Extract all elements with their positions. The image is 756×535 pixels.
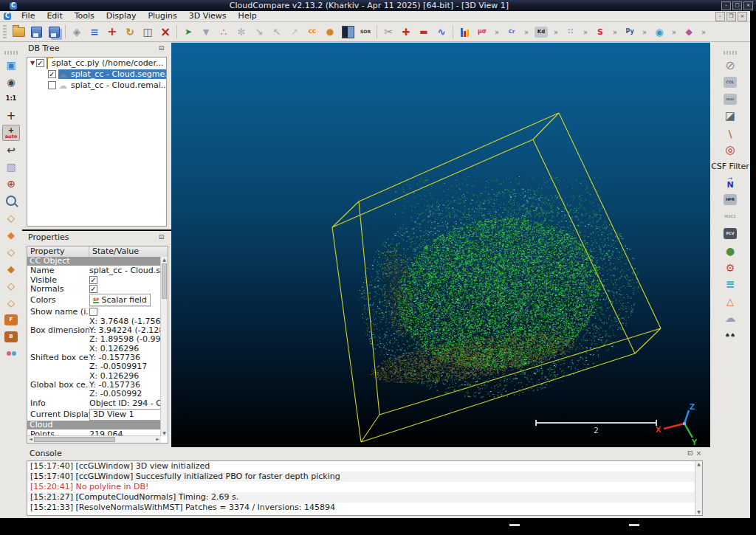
view-front-cube-button[interactable]: F	[2, 311, 20, 328]
precision-maps-button[interactable]: ⚙	[721, 260, 739, 275]
toolbar-overflow-icon[interactable]: »	[699, 28, 708, 36]
masc-plugin-button[interactable]: ◆	[680, 23, 698, 41]
point-picking-button[interactable]: ➤	[179, 23, 197, 41]
toolbar-overflow-icon[interactable]: »	[492, 28, 501, 36]
open-button[interactable]	[10, 23, 27, 41]
translate-rotate-button[interactable]: ✚	[397, 23, 415, 41]
menu-item-help[interactable]: Help	[233, 11, 263, 21]
resample-button[interactable]: ↘	[250, 23, 268, 41]
mdi-close-button[interactable]: ×	[738, 12, 747, 21]
scroll-left-icon[interactable]: ◄	[27, 436, 34, 442]
kd-tree-button[interactable]: Kd	[532, 23, 550, 41]
csf-filter-button[interactable]: ≡	[721, 277, 739, 292]
train-plugin-button[interactable]: ◉	[650, 23, 668, 41]
facet-detection-button[interactable]: ●	[721, 243, 739, 258]
tree-item[interactable]: ☁splat_cc - Cloud.remai...	[27, 80, 166, 91]
property-checkbox[interactable]: ✓	[89, 285, 97, 293]
toolbar-handle[interactable]	[4, 51, 18, 55]
mdi-restore-button[interactable]: ❐	[726, 12, 736, 21]
colorimetric-segmenter-button[interactable]: COL	[721, 75, 739, 90]
mdi-minimize-button[interactable]: –	[715, 12, 725, 21]
toolbar-overflow-icon[interactable]: »	[522, 28, 531, 36]
python-plugin-button[interactable]: Py	[621, 23, 639, 41]
previous-view-button[interactable]: ↩	[2, 142, 20, 158]
puzzle-plugin-button[interactable]: ∷	[562, 23, 580, 41]
render-to-file-button[interactable]: ▣	[2, 57, 20, 73]
scroll-down-icon[interactable]: ▼	[161, 430, 168, 436]
zoom-1-1-button[interactable]: 1:1	[2, 91, 20, 107]
apply-transformation-button[interactable]: +	[103, 23, 121, 41]
close-icon[interactable]: ×	[695, 449, 703, 458]
point-pair-align-button[interactable]: ∴	[215, 23, 233, 41]
clone-button[interactable]: ↻	[121, 23, 139, 41]
view-back-cube-button[interactable]: B	[2, 328, 20, 345]
subsample-button[interactable]: ↖	[268, 23, 286, 41]
close-button[interactable]: ×	[743, 1, 753, 10]
zoom-fit-button[interactable]	[2, 193, 20, 209]
checker-button[interactable]	[339, 23, 357, 41]
tree-checkbox[interactable]: ✓	[48, 70, 56, 78]
fit-tool-button[interactable]: ●	[321, 23, 339, 41]
menu-item-tools[interactable]: Tools	[69, 11, 100, 21]
view-top-button[interactable]: ◇	[2, 210, 20, 226]
scroll-up-icon[interactable]: ▲	[161, 257, 168, 263]
tree-item-body[interactable]: ☁splat_cc - Cloud.remai...	[58, 80, 167, 90]
view-right-button[interactable]: ◇	[2, 277, 20, 294]
tree-item[interactable]: ✓☁splat_cc - Cloud.segme...	[27, 69, 166, 80]
pick-rotation-center-button[interactable]: +	[2, 108, 20, 124]
console-scrollbar[interactable]: ▲ ▼	[695, 461, 702, 515]
delete-button[interactable]: ×	[157, 23, 174, 41]
menu-item-file[interactable]: File	[16, 11, 41, 21]
maximize-button[interactable]: □	[732, 1, 742, 10]
segment-button[interactable]: ✂	[379, 23, 397, 41]
auto-pick-center-button[interactable]: +auto	[2, 125, 20, 141]
pan-button[interactable]: ⊕	[2, 176, 20, 192]
3d-viewport[interactable]: 2 X Z Y	[171, 42, 710, 445]
expander-icon[interactable]: ▼	[29, 60, 36, 66]
stereo-button[interactable]	[2, 345, 20, 362]
pcv-button[interactable]: PCV	[721, 226, 739, 241]
masc-cloud-button[interactable]: ☁	[721, 311, 739, 326]
toolbar-overflow-icon[interactable]: »	[551, 28, 560, 36]
tree-item[interactable]: ▼✓splat_cc.ply (/home/coder...	[27, 58, 166, 69]
toolbar-overflow-icon[interactable]: »	[670, 28, 678, 36]
s-curve-plugin-button[interactable]: S	[591, 23, 609, 41]
menu-item-3d-views[interactable]: 3D Views	[183, 11, 233, 21]
perspective-button[interactable]: ▧	[2, 159, 20, 175]
trace-polyline-button[interactable]: ∿	[433, 23, 450, 41]
toolbar-overflow-icon[interactable]: »	[611, 28, 619, 36]
tree-item-body[interactable]: splat_cc.ply (/home/coder...	[47, 58, 165, 68]
canupo-trees-button[interactable]: ♠♠	[721, 328, 739, 343]
point-cloud-canvas[interactable]	[171, 43, 710, 445]
scroll-up-icon[interactable]: ▲	[695, 461, 702, 467]
toolbar-overflow-icon[interactable]: »	[640, 28, 649, 36]
colors-scalar-field-button[interactable]: SFScalar field	[89, 294, 151, 306]
scroll-down-icon[interactable]: ▼	[695, 509, 702, 515]
properties-horizontal-scrollbar[interactable]: ◄ ►	[27, 435, 161, 443]
save-all-button[interactable]	[45, 23, 63, 41]
plugin-disabled-button[interactable]: ⊘	[721, 58, 739, 73]
global-shift-button[interactable]: ◈	[68, 23, 86, 41]
histogram-button[interactable]	[456, 23, 473, 41]
undock-icon[interactable]: ⊡	[157, 233, 165, 241]
properties-vertical-scrollbar[interactable]: ▲ ▼	[160, 257, 168, 436]
srac-plugin-button[interactable]: 3RAC	[721, 92, 739, 107]
view-front-button[interactable]: ◆	[2, 227, 20, 243]
save-button[interactable]	[27, 23, 45, 41]
sor-filter-button[interactable]: SOR	[357, 23, 374, 41]
view-back-button[interactable]: ◆	[2, 260, 20, 277]
scroll-right-icon[interactable]: ►	[154, 436, 161, 442]
compute-octree-button[interactable]: ✻	[233, 23, 250, 41]
normals-vector-button[interactable]: →N	[721, 175, 739, 190]
canupo-create-button[interactable]: Cr	[503, 23, 520, 41]
point-list-picking-button[interactable]: ▼	[197, 23, 215, 41]
menu-item-plugins[interactable]: Plugins	[142, 11, 182, 21]
tree-item-body[interactable]: ☁splat_cc - Cloud.segme...	[58, 69, 167, 79]
view-iso-button[interactable]: ◇	[2, 294, 20, 311]
clone-properties-button[interactable]: ≡	[86, 23, 103, 41]
cloud-cloud-distance-button[interactable]: CC	[303, 23, 321, 41]
current-display-dropdown[interactable]: 3D View 1	[89, 409, 161, 421]
interpolate-button[interactable]: ↗	[286, 23, 303, 41]
compass-button[interactable]: ◎	[721, 142, 739, 158]
merge-button[interactable]: ◫	[139, 23, 157, 41]
